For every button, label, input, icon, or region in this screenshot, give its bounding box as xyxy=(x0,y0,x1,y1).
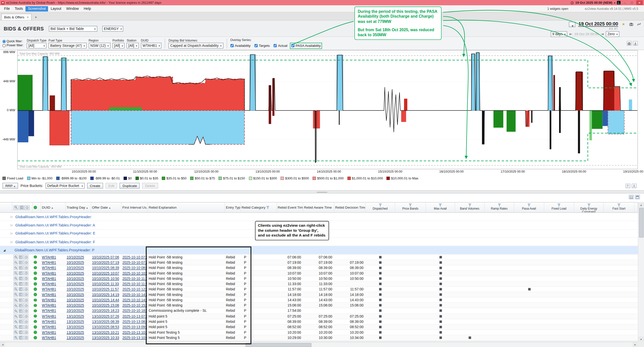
offer-date-link[interactable]: 13/10/2025 08:39 xyxy=(92,320,119,324)
search-icon[interactable] xyxy=(14,265,18,270)
column-header[interactable]: Entry Type xyxy=(225,203,241,212)
tab-bids-offers[interactable]: Bids & Offers xyxy=(1,14,32,20)
duid-link[interactable]: WTAHB1 xyxy=(42,271,56,275)
column-header[interactable]: Trading Day xyxy=(66,203,91,212)
column-header[interactable]: Rebid Decision Time xyxy=(334,203,366,212)
column-header[interactable]: DUID xyxy=(41,203,66,212)
overlay-checkbox[interactable]: Actual xyxy=(273,44,287,48)
quick-filter-radio[interactable] xyxy=(3,40,6,43)
clock-icon[interactable] xyxy=(24,335,28,340)
duid-link[interactable]: WTAHB1 xyxy=(42,303,56,307)
horizontal-scrollbar[interactable] xyxy=(0,342,638,347)
menu-item[interactable]: File xyxy=(2,6,12,11)
column-header[interactable]: Rebid Category xyxy=(241,203,277,212)
search-icon[interactable] xyxy=(14,319,18,324)
search-icon[interactable] xyxy=(14,276,18,281)
filter-select[interactable]: Battery Storage (47) xyxy=(49,43,87,48)
quick-filter-option[interactable]: Quick filter: xyxy=(3,40,24,43)
price-bucket-button[interactable]: Duplicate xyxy=(120,183,140,189)
table-icon[interactable] xyxy=(19,205,24,210)
minimize-button[interactable] xyxy=(622,1,627,5)
first-interval-link[interactable]: 2025-10-10 07:1 xyxy=(123,255,147,259)
first-interval-link[interactable]: 2025-10-10 08:4 xyxy=(123,266,147,270)
checkbox[interactable] xyxy=(273,44,277,47)
power-filter-option[interactable]: Power filter: xyxy=(3,44,24,47)
duid-link[interactable]: WTAHB1 xyxy=(42,298,56,302)
search-icon[interactable] xyxy=(14,298,18,302)
table-icon[interactable] xyxy=(19,255,23,259)
clock-icon[interactable] xyxy=(24,260,28,264)
offer-date-link[interactable]: 10/10/2025 14:19 xyxy=(92,293,119,297)
duid-link[interactable]: WTAHB1 xyxy=(42,336,56,340)
column-header[interactable]: Daily Energy Constraint xyxy=(574,203,604,212)
price-bucket-button[interactable]: Create xyxy=(87,183,103,189)
price-bucket-button[interactable]: Delete xyxy=(142,183,158,189)
pane-splitter[interactable] xyxy=(0,190,644,194)
table-icon[interactable] xyxy=(19,314,23,318)
clock-icon[interactable] xyxy=(24,298,28,302)
chevron-down-icon[interactable] xyxy=(614,1,615,5)
column-header[interactable]: Max Avail xyxy=(426,203,455,212)
table-icon[interactable] xyxy=(19,292,23,297)
first-interval-link[interactable]: 2025-10-13 10:3 xyxy=(123,330,147,334)
filter-select[interactable]: [All] xyxy=(127,43,139,48)
search-icon[interactable] xyxy=(14,330,18,334)
search-icon[interactable] xyxy=(14,325,18,329)
first-interval-link[interactable]: 2025-10-10 07:2 xyxy=(123,260,147,264)
rrp-toggle[interactable]: RRP xyxy=(3,183,18,189)
clock-icon[interactable] xyxy=(24,330,28,334)
duid-link[interactable]: WTAHB1 xyxy=(42,277,56,281)
offset-select[interactable]: Zero xyxy=(606,31,619,37)
table-icon[interactable] xyxy=(19,303,23,307)
expander-icon[interactable] xyxy=(11,215,13,218)
vertical-scrollbar[interactable] xyxy=(638,202,644,342)
scroll-left-icon[interactable] xyxy=(0,342,5,347)
expander-icon[interactable] xyxy=(11,223,13,227)
trading-day-link[interactable]: 13/10/2025 xyxy=(66,325,84,329)
first-interval-link[interactable]: 2025-10-13 07:3 xyxy=(123,314,147,318)
search-icon[interactable] xyxy=(14,309,18,313)
clock-icon[interactable] xyxy=(24,265,28,270)
filter-funnel-icon[interactable] xyxy=(617,203,621,207)
search-icon[interactable] xyxy=(14,303,18,307)
offer-date-link[interactable]: 10/10/2025 07:19 xyxy=(92,260,119,264)
nem-clock[interactable]: 19 Oct 2025 00:00 (NEM) xyxy=(575,1,612,5)
clock-icon[interactable] xyxy=(24,319,28,324)
maximize-button[interactable] xyxy=(629,1,634,5)
trading-day-link[interactable]: 10/10/2025 xyxy=(66,277,84,281)
scroll-down-icon[interactable] xyxy=(638,336,644,342)
export-icon[interactable] xyxy=(632,183,637,188)
search-icon[interactable] xyxy=(14,292,18,297)
clock-icon[interactable] xyxy=(25,205,30,210)
offer-date-link[interactable]: 10/10/2025 18:23 xyxy=(92,309,119,313)
filter-select[interactable]: NSW (12) xyxy=(89,43,110,48)
offer-date-link[interactable]: 13/10/2025 10:21 xyxy=(92,330,119,334)
filter-funnel-icon[interactable] xyxy=(527,203,531,207)
search-icon[interactable] xyxy=(14,255,18,259)
menu-item[interactable]: Window xyxy=(64,6,81,11)
duid-link[interactable]: WTAHB1 xyxy=(42,266,56,270)
filter-funnel-icon[interactable] xyxy=(587,203,590,207)
clock-icon[interactable] xyxy=(24,303,28,307)
overlay-checkbox[interactable]: PASA Availability xyxy=(291,44,321,48)
menu-item[interactable]: Layout xyxy=(48,6,64,11)
menu-item[interactable]: Tools xyxy=(12,6,25,11)
offer-date-link[interactable]: 10/10/2025 07:06 xyxy=(92,255,119,259)
scroll-up-icon[interactable] xyxy=(638,202,644,207)
offer-date-link[interactable]: 10/10/2025 10:50 xyxy=(92,277,119,281)
price-bucket-button[interactable]: Edit xyxy=(106,183,117,189)
trading-day-link[interactable]: 10/10/2025 xyxy=(66,266,84,270)
table-icon[interactable] xyxy=(19,298,23,302)
expander-icon[interactable] xyxy=(11,240,13,243)
offer-date-link[interactable]: 10/10/2025 08:39 xyxy=(92,266,119,270)
search-icon[interactable] xyxy=(14,314,18,318)
chart-download-icon[interactable] xyxy=(633,41,638,46)
column-header[interactable]: Price Bands xyxy=(395,203,426,212)
filter-funnel-icon[interactable] xyxy=(439,203,442,207)
search-icon[interactable] xyxy=(14,287,18,291)
as-at-date[interactable]: 19 Oct 2025 00:00 xyxy=(579,21,618,27)
table-icon[interactable] xyxy=(19,282,23,286)
skip-to-end-icon[interactable] xyxy=(601,32,604,36)
expander-icon[interactable] xyxy=(3,248,6,252)
trading-day-link[interactable]: 10/10/2025 xyxy=(66,260,84,264)
